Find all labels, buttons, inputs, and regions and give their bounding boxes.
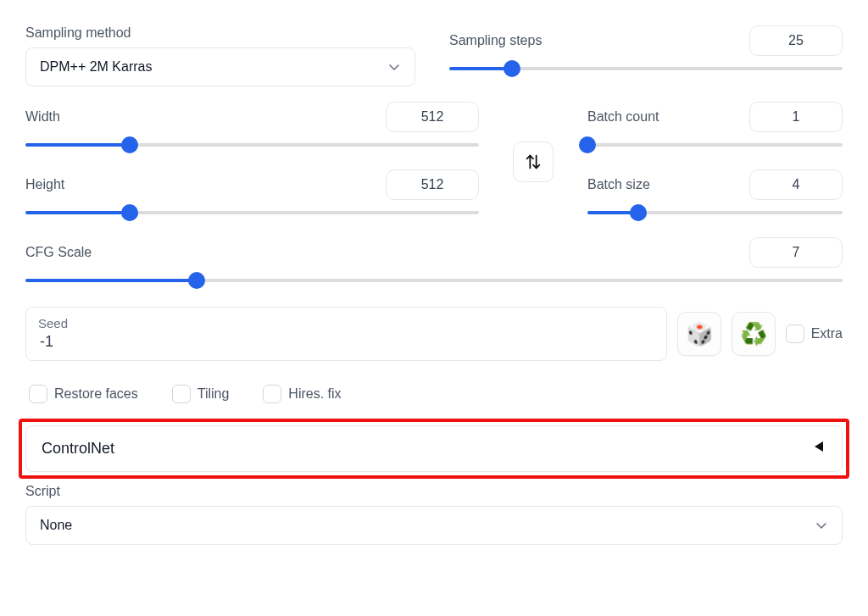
random-seed-button[interactable]: 🎲 xyxy=(677,312,721,356)
triangle-left-icon xyxy=(813,440,826,458)
batch-count-label: Batch count xyxy=(587,109,659,125)
hires-fix-checkbox[interactable] xyxy=(263,385,281,403)
batch-size-label: Batch size xyxy=(587,177,650,192)
sampling-method-select[interactable]: DPM++ 2M Karras xyxy=(25,47,415,86)
controlnet-accordion[interactable]: ControlNet xyxy=(25,425,843,472)
reuse-seed-button[interactable]: ♻️ xyxy=(732,312,776,356)
batch-size-input[interactable] xyxy=(749,169,843,200)
height-slider[interactable] xyxy=(25,203,479,222)
seed-label: Seed xyxy=(38,316,654,330)
sampling-steps-slider[interactable] xyxy=(449,59,843,78)
tiling-checkbox[interactable] xyxy=(172,385,191,403)
script-select[interactable]: None xyxy=(25,506,843,545)
cfg-scale-input[interactable] xyxy=(749,237,843,268)
height-label: Height xyxy=(25,177,64,192)
sampling-method-value: DPM++ 2M Karras xyxy=(40,59,152,75)
sampling-steps-label: Sampling steps xyxy=(449,33,542,48)
seed-input[interactable] xyxy=(38,332,654,352)
swap-arrows-icon xyxy=(524,153,542,171)
chevron-down-icon xyxy=(387,60,401,74)
extra-checkbox[interactable] xyxy=(786,325,804,343)
dice-icon: 🎲 xyxy=(686,321,713,347)
sampling-method-label: Sampling method xyxy=(25,25,415,41)
script-value: None xyxy=(40,518,72,533)
batch-count-input[interactable] xyxy=(749,102,843,132)
batch-size-slider[interactable] xyxy=(587,203,843,222)
swap-dimensions-button[interactable] xyxy=(513,142,554,182)
controlnet-label: ControlNet xyxy=(42,440,114,458)
height-input[interactable] xyxy=(386,169,479,200)
cfg-scale-slider[interactable] xyxy=(25,271,843,290)
batch-count-slider[interactable] xyxy=(587,136,843,154)
sampling-steps-input[interactable] xyxy=(749,25,843,56)
width-label: Width xyxy=(25,109,60,125)
restore-faces-checkbox[interactable] xyxy=(29,385,47,403)
width-input[interactable] xyxy=(386,102,479,132)
recycle-icon: ♻️ xyxy=(740,321,767,347)
width-slider[interactable] xyxy=(25,136,479,154)
hires-fix-label: Hires. fix xyxy=(288,386,341,402)
chevron-down-icon xyxy=(815,519,828,532)
restore-faces-label: Restore faces xyxy=(54,386,138,402)
tiling-label: Tiling xyxy=(198,386,230,402)
cfg-scale-label: CFG Scale xyxy=(25,245,92,260)
extra-label: Extra xyxy=(811,326,843,341)
script-label: Script xyxy=(25,484,843,499)
